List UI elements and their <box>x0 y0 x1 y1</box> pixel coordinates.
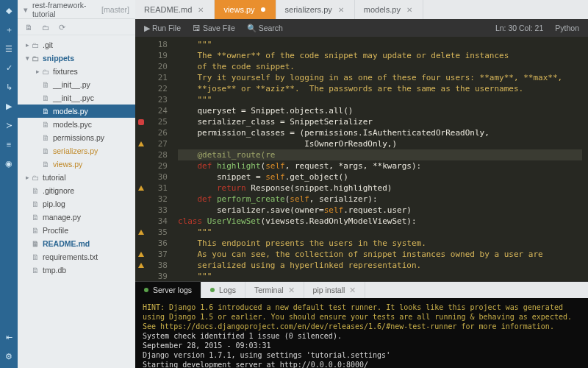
chevron-down-icon[interactable]: ▾ <box>24 5 28 14</box>
close-icon[interactable]: ✕ <box>406 6 412 14</box>
terminal-output[interactable]: HINT: Django 1.6 introduced a new defaul… <box>135 298 588 368</box>
tree-node[interactable]: 🗎views.py <box>18 158 135 171</box>
panel-tab[interactable]: Terminal✕ <box>245 282 304 298</box>
tab-label: serializers.py <box>285 5 332 14</box>
close-icon[interactable]: ✕ <box>288 286 295 294</box>
folder-icon: 🗀 <box>31 173 40 182</box>
close-icon[interactable]: ✕ <box>349 286 356 294</box>
tree-node[interactable]: ▾🗀snippets <box>18 52 135 65</box>
sidebar-header: ▾ rest-framework-tutorial [master] <box>18 0 135 19</box>
editor-tab[interactable]: README.md✕ <box>135 0 215 19</box>
file-icon: 🗎 <box>31 226 40 235</box>
file-icon: 🗎 <box>41 93 50 102</box>
play-icon[interactable]: ▶ <box>3 100 15 112</box>
code-editor[interactable]: 1819202122232425262728293031323334353637… <box>135 37 588 281</box>
tree-node[interactable]: 🗎__init__.pyc <box>18 91 135 105</box>
file-icon: 🗎 <box>31 199 40 208</box>
tree-node[interactable]: 🗎permissions.py <box>18 131 135 144</box>
tree-node[interactable]: ▸🗀fixtures <box>18 65 135 78</box>
repo-name: rest-framework-tutorial <box>32 1 97 18</box>
sidebar: ▾ rest-framework-tutorial [master] 🗎 🗀 ⟳… <box>18 0 135 368</box>
warning-marker-icon <box>138 263 144 268</box>
refresh-icon[interactable]: ⟳ <box>59 23 65 32</box>
file-icon: 🗎 <box>31 213 40 222</box>
search-button[interactable]: 🔍 Search <box>247 24 283 33</box>
branch-icon[interactable]: ↳ <box>3 81 15 93</box>
tree-node[interactable]: ▸🗀.git <box>18 38 135 52</box>
panel-tab[interactable]: pip install✕ <box>304 282 366 298</box>
warning-marker-icon <box>138 141 144 146</box>
file-icon: 🗎 <box>41 107 50 116</box>
settings-icon[interactable]: ⚙ <box>3 350 15 362</box>
tree-node[interactable]: 🗎requirements.txt <box>18 250 135 263</box>
branch-name: [master] <box>101 5 129 14</box>
close-icon[interactable]: ✕ <box>338 6 344 14</box>
editor-tab[interactable]: views.py <box>215 0 276 19</box>
new-folder-icon[interactable]: 🗀 <box>42 23 50 32</box>
tree-node-label: permissions.py <box>53 133 104 142</box>
activity-bar: ◆ ＋ ☰ ✓ ↳ ▶ ≻ ≡ ◉ ⇤ ⚙ <box>0 0 18 368</box>
tree-node[interactable]: 🗎serializers.py <box>18 144 135 158</box>
logo-icon[interactable]: ◆ <box>3 4 15 16</box>
close-icon[interactable]: ✕ <box>198 6 204 14</box>
sidebar-tools: 🗎 🗀 ⟳ <box>18 19 135 35</box>
tree-node[interactable]: 🗎.gitignore <box>18 184 135 197</box>
tree-node-label: tmp.db <box>43 266 66 275</box>
check-icon[interactable]: ✓ <box>3 62 15 74</box>
tab-label: views.py <box>223 5 254 14</box>
tree-node[interactable]: 🗎pip.log <box>18 197 135 210</box>
tree-node-label: fixtures <box>53 67 78 76</box>
tree-node-label: Procfile <box>43 226 68 235</box>
tree-node[interactable]: 🗎models.pyc <box>18 118 135 131</box>
file-icon: 🗎 <box>41 120 50 129</box>
tree-node[interactable]: 🗎models.py <box>18 105 135 118</box>
tree-node-label: tutorial <box>43 173 66 182</box>
tree-node[interactable]: 🗎README.md <box>18 237 135 250</box>
tab-label: models.py <box>364 5 401 14</box>
editor-tabs: README.md✕views.pyserializers.py✕models.… <box>135 0 588 19</box>
panel-tab[interactable]: Logs <box>201 282 245 298</box>
tree-node-label: requirements.txt <box>43 252 98 261</box>
file-icon: 🗎 <box>31 239 40 248</box>
terminal-icon[interactable]: ≻ <box>3 119 15 131</box>
tree-node[interactable]: 🗎tmp.db <box>18 263 135 277</box>
preview-icon[interactable]: ◉ <box>3 158 15 169</box>
add-icon[interactable]: ＋ <box>3 24 15 35</box>
tree-node-label: __init__.py <box>53 80 90 89</box>
editor-tab[interactable]: serializers.py✕ <box>276 0 355 19</box>
editor-tab[interactable]: models.py✕ <box>355 0 423 19</box>
folder-icon: 🗀 <box>31 40 40 49</box>
status-dot-icon <box>144 288 148 292</box>
folder-icon: 🗀 <box>41 67 50 76</box>
docs-icon[interactable]: ≡ <box>3 138 15 150</box>
tree-node-label: .git <box>43 40 53 49</box>
error-marker-icon <box>138 119 144 125</box>
file-tree: ▸🗀.git▾🗀snippets▸🗀fixtures🗎__init__.py🗎_… <box>18 35 135 368</box>
tree-node[interactable]: ▸🗀tutorial <box>18 171 135 184</box>
file-icon: 🗎 <box>31 186 40 195</box>
save-file-button[interactable]: 🖫 Save File <box>193 24 235 32</box>
panel-tabs: Server logsLogsTerminal✕pip install✕ <box>135 282 588 298</box>
tab-label: README.md <box>144 5 192 14</box>
warning-marker-icon <box>138 230 144 235</box>
warning-marker-icon <box>138 252 144 257</box>
file-icon: 🗎 <box>41 133 50 142</box>
tree-node-label: __init__.pyc <box>53 93 94 102</box>
language-mode[interactable]: Python <box>555 24 579 32</box>
folder-icon: 🗀 <box>31 54 40 63</box>
collapse-icon[interactable]: ⇤ <box>3 331 15 343</box>
tree-node-label: views.py <box>53 160 82 169</box>
new-file-icon[interactable]: 🗎 <box>25 23 33 32</box>
files-icon[interactable]: ☰ <box>3 43 15 54</box>
tree-node[interactable]: 🗎manage.py <box>18 210 135 224</box>
tree-node-label: snippets <box>43 54 74 63</box>
status-dot-icon <box>210 288 215 292</box>
tree-node[interactable]: 🗎__init__.py <box>18 78 135 91</box>
tree-node[interactable]: 🗎Procfile <box>18 224 135 237</box>
bottom-panel: Server logsLogsTerminal✕pip install✕ HIN… <box>135 281 588 368</box>
tree-node-label: pip.log <box>43 199 65 208</box>
tree-node-label: README.md <box>43 239 90 248</box>
panel-tab[interactable]: Server logs <box>135 282 201 298</box>
file-icon: 🗎 <box>31 252 40 261</box>
run-file-button[interactable]: ▶ Run File <box>144 24 181 32</box>
